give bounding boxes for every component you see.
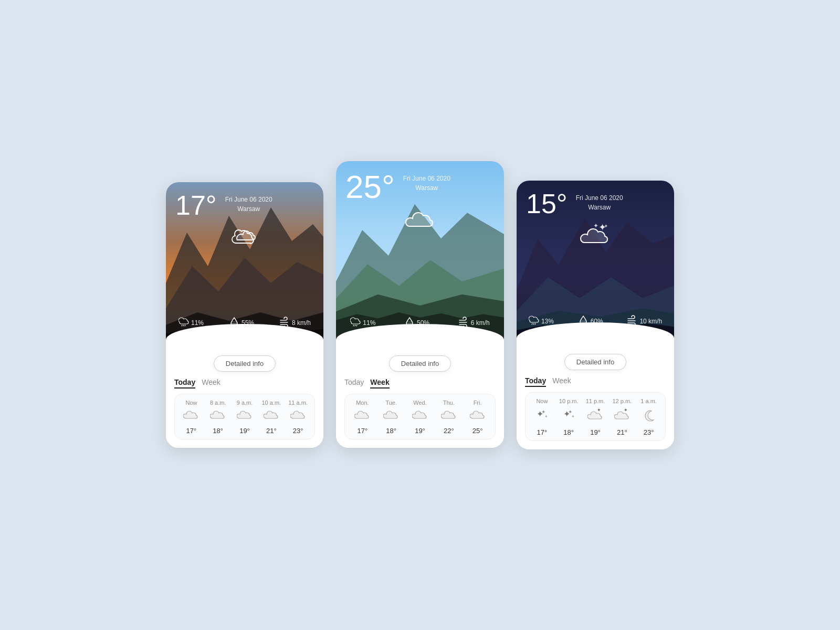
hero-info: 15° Fri June 06 2020 Warsaw — [526, 190, 665, 217]
forecast-item-2: 9 a.m. 19° — [232, 400, 258, 435]
svg-text:✦: ✦ — [571, 414, 575, 419]
forecast-item-4: Fri. 25° — [463, 400, 492, 435]
forecast-item-3: Thu. 22° — [434, 400, 463, 435]
city: Warsaw — [225, 204, 272, 214]
svg-line-16 — [356, 325, 357, 326]
svg-line-28 — [533, 323, 534, 324]
forecast-label-2: 11 p.m. — [586, 398, 605, 404]
stat-icon-0 — [350, 317, 361, 329]
forecast-label-4: 1 a.m. — [640, 398, 657, 404]
forecast-label-3: 10 a.m. — [261, 400, 281, 406]
forecast-item-4: 11 a.m. 23° — [285, 400, 311, 435]
forecast-row: Mon. 17° Tue. 18° Wed. 19° Thu. 22° Fri.… — [344, 394, 496, 439]
tab-week[interactable]: Week — [370, 378, 389, 388]
date-location: Fri June 06 2020 Warsaw — [576, 190, 623, 212]
forecast-temp-2: 19° — [590, 428, 601, 436]
forecast-icon-2 — [412, 409, 428, 424]
forecast-icon-4 — [641, 407, 657, 425]
detailed-info-button[interactable]: Detailed info — [214, 355, 276, 372]
city: Warsaw — [403, 183, 450, 193]
forecast-icon-2: ✦ — [587, 407, 603, 425]
forecast-label-1: 10 p.m. — [559, 398, 579, 404]
forecast-temp-3: 21° — [617, 428, 627, 436]
forecast-label-2: 9 a.m. — [237, 400, 253, 406]
svg-line-4 — [182, 325, 182, 326]
stat-value-0: 13% — [541, 318, 554, 325]
forecast-icon-1: ✦✦✦ — [561, 407, 576, 425]
cards-container: 17° Fri June 06 2020 Warsaw 11% 55% 8 km… — [155, 151, 685, 479]
tab-week[interactable]: Week — [202, 378, 220, 388]
forecast-item-2: Wed. 19° — [406, 400, 435, 435]
forecast-label-0: Now — [185, 400, 197, 406]
forecast-item-3: 10 a.m. 21° — [258, 400, 285, 435]
svg-line-27 — [532, 323, 532, 324]
forecast-item-1: 8 a.m. 18° — [205, 400, 232, 435]
svg-text:✦: ✦ — [544, 414, 548, 419]
tab-week[interactable]: Week — [552, 376, 571, 387]
forecast-label-0: Mon. — [356, 400, 369, 406]
tab-today[interactable]: Today — [344, 378, 364, 388]
forecast-label-1: Tue. — [385, 400, 397, 406]
date-location: Fri June 06 2020 Warsaw — [225, 192, 272, 214]
tab-today[interactable]: Today — [525, 376, 546, 387]
forecast-temp-3: 21° — [266, 427, 277, 435]
svg-line-14 — [353, 325, 354, 326]
forecast-label-4: Fri. — [474, 400, 482, 406]
forecast-icon-0: ✦✦✦ — [534, 407, 550, 425]
svg-text:✦: ✦ — [593, 223, 598, 229]
forecast-icon-3 — [441, 409, 457, 424]
forecast-item-0: Now 17° — [178, 400, 205, 435]
date: Fri June 06 2020 — [225, 195, 272, 204]
stat-value-2: 10 km/h — [639, 318, 662, 325]
svg-text:✦: ✦ — [624, 407, 628, 413]
city: Warsaw — [576, 203, 623, 212]
stat-icon-0 — [529, 315, 539, 328]
forecast-icon-1 — [210, 409, 226, 424]
forecast-icon-3 — [264, 409, 279, 424]
forecast-icon-4 — [290, 409, 306, 424]
weather-card-sunrise: 17° Fri June 06 2020 Warsaw 11% 55% 8 km… — [166, 182, 323, 448]
forecast-icon-3: ✦ — [614, 407, 630, 425]
svg-line-29 — [535, 323, 536, 324]
svg-text:✦: ✦ — [597, 407, 601, 413]
forecast-item-0: Now ✦✦✦ 17° — [529, 398, 555, 436]
forecast-item-2: 11 p.m. ✦ 19° — [582, 398, 609, 436]
date: Fri June 06 2020 — [403, 174, 450, 183]
forecast-temp-2: 19° — [239, 427, 250, 435]
tabs-row: Today Week — [525, 376, 666, 387]
forecast-icon-1 — [383, 409, 399, 424]
forecast-row: Now ✦✦✦ 17° 10 p.m. ✦✦✦ 18° 11 p.m. ✦ 19… — [525, 392, 666, 441]
forecast-label-4: 11 a.m. — [288, 400, 308, 406]
date-location: Fri June 06 2020 Warsaw — [403, 171, 450, 193]
svg-line-5 — [183, 325, 184, 326]
tab-today[interactable]: Today — [174, 378, 195, 388]
forecast-temp-4: 23° — [644, 428, 654, 436]
weather-card-night: 15° Fri June 06 2020 Warsaw ✦ ✦ ✦ 13% 60… — [517, 181, 674, 449]
detailed-info-button[interactable]: Detailed info — [389, 355, 451, 372]
forecast-label-1: 8 a.m. — [210, 400, 226, 406]
white-panel: Detailed info Today Week Mon. 17° Tue. 1… — [336, 350, 504, 448]
forecast-temp-0: 17° — [537, 428, 548, 436]
svg-text:✦: ✦ — [604, 223, 608, 229]
detailed-info-button[interactable]: Detailed info — [564, 354, 626, 370]
svg-line-6 — [185, 325, 185, 326]
forecast-temp-2: 19° — [415, 427, 425, 435]
hero-weather-icon — [230, 224, 259, 251]
stat-value-2: 6 km/h — [471, 319, 490, 327]
date: Fri June 06 2020 — [576, 193, 623, 203]
white-panel: Detailed info Today Week Now 17° 8 a.m. … — [166, 350, 323, 448]
forecast-temp-4: 23° — [293, 427, 303, 435]
temperature: 25° — [345, 171, 395, 203]
forecast-temp-0: 17° — [186, 427, 197, 435]
forecast-icon-0 — [183, 409, 199, 424]
forecast-icon-2 — [237, 409, 253, 424]
temperature: 17° — [175, 192, 217, 219]
hero-section: 17° Fri June 06 2020 Warsaw 11% 55% 8 km… — [166, 182, 323, 350]
forecast-temp-0: 17° — [358, 427, 368, 435]
stat-value-0: 11% — [363, 319, 375, 327]
temperature: 15° — [526, 190, 568, 217]
hero-info: 25° Fri June 06 2020 Warsaw — [345, 171, 495, 203]
hero-weather-icon — [403, 203, 437, 236]
forecast-icon-4 — [470, 409, 486, 424]
forecast-icon-0 — [354, 409, 370, 424]
